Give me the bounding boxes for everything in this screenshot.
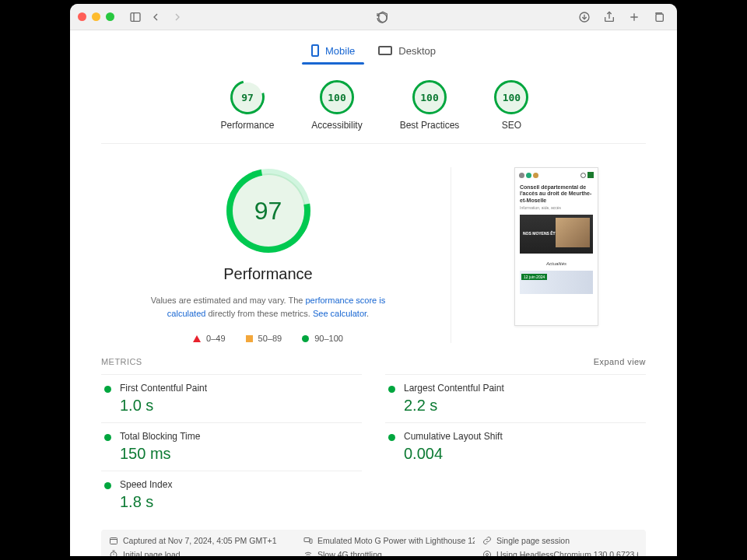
thumb-subtitle: Information, aide, accès — [517, 205, 595, 213]
device-tabs: Mobile Desktop — [93, 30, 654, 65]
tab-mobile[interactable]: Mobile — [310, 40, 356, 65]
metric-si: Speed Index 1.8 s — [101, 471, 362, 519]
titlebar — [70, 4, 677, 30]
share-icon[interactable] — [602, 10, 616, 24]
page-content: Mobile Desktop 97 Performance 100 Access… — [70, 30, 677, 556]
tab-desktop-label: Desktop — [398, 45, 436, 57]
svg-rect-10 — [304, 538, 310, 542]
score-summary: 97 Performance 100 Accessibility 100 Bes… — [101, 65, 646, 144]
metric-cls: Cumulative Layout Shift 0.004 — [385, 422, 646, 471]
gauge-performance-large: 97 — [231, 173, 306, 248]
expand-view-link[interactable]: Expand view — [594, 357, 646, 366]
score-performance[interactable]: 97 Performance — [221, 82, 275, 131]
metric-cls-value: 0.004 — [404, 445, 646, 463]
score-seo[interactable]: 100 SEO — [496, 82, 526, 131]
score-accessibility[interactable]: 100 Accessibility — [311, 82, 362, 131]
metrics-grid: First Contentful Paint 1.0 s Largest Con… — [93, 371, 654, 519]
performance-large-value: 97 — [254, 197, 282, 226]
gauge-accessibility: 100 — [322, 82, 352, 112]
metric-lcp-name: Largest Contentful Paint — [404, 383, 646, 394]
minimize-window-button[interactable] — [92, 12, 100, 21]
score-best-practices[interactable]: 100 Best Practices — [400, 82, 460, 131]
metrics-header: Metrics Expand view — [93, 343, 654, 371]
downloads-icon[interactable] — [577, 10, 591, 24]
info-emulated: Emulated Moto G Power with Lighthouse 12… — [303, 536, 475, 545]
nav-buttons — [146, 10, 188, 24]
thumb-card: 12 juin 2024 — [520, 271, 593, 294]
score-performance-value: 97 — [241, 92, 254, 103]
score-performance-label: Performance — [221, 120, 275, 131]
chrome-icon — [482, 550, 492, 556]
sidebar-toggle-icon[interactable] — [128, 10, 142, 24]
svg-rect-7 — [656, 14, 663, 21]
thumb-menu-icon — [587, 172, 594, 178]
desktop-icon — [378, 46, 392, 55]
performance-title: Performance — [223, 265, 313, 283]
status-dot-icon — [388, 386, 395, 393]
metric-si-name: Speed Index — [120, 479, 362, 490]
circle-icon — [302, 335, 309, 342]
square-icon — [246, 335, 253, 342]
back-button[interactable] — [149, 10, 163, 24]
gauge-seo: 100 — [496, 82, 526, 112]
score-legend: 0–49 50–89 90–100 — [193, 334, 343, 343]
thumb-section: Actualités — [517, 255, 595, 269]
thumb-hero: NOS MOYENS ÊTRE DÉFENDUS — [520, 215, 593, 254]
info-captured: Captured at Nov 7, 2024, 4:05 PM GMT+1 — [109, 536, 296, 545]
metric-tbt-name: Total Blocking Time — [120, 431, 362, 442]
metrics-title: Metrics — [101, 357, 142, 366]
legend-high: 90–100 — [302, 334, 343, 343]
status-dot-icon — [104, 386, 111, 393]
metric-fcp-value: 1.0 s — [120, 397, 362, 415]
metric-tbt: Total Blocking Time 150 ms — [101, 422, 362, 471]
page-thumbnail: Conseil départemental de l'accès au droi… — [514, 167, 598, 326]
devices-icon — [303, 536, 313, 545]
toolbar-right — [574, 10, 669, 24]
metric-lcp: Largest Contentful Paint 2.2 s — [385, 374, 646, 422]
tab-mobile-label: Mobile — [325, 45, 355, 57]
reload-icon[interactable] — [375, 11, 389, 25]
performance-summary: 97 Performance Values are estimated and … — [101, 167, 451, 343]
screenshot-preview: Conseil départemental de l'accès au droi… — [451, 167, 646, 343]
info-session: Single page session — [482, 536, 638, 545]
status-dot-icon — [104, 482, 111, 489]
metric-lcp-value: 2.2 s — [404, 397, 646, 415]
svg-rect-0 — [131, 12, 140, 21]
triangle-icon — [193, 335, 201, 342]
metric-fcp-name: First Contentful Paint — [120, 383, 362, 394]
tab-desktop[interactable]: Desktop — [377, 40, 437, 65]
thumb-search-icon — [580, 173, 586, 178]
metric-si-value: 1.8 s — [120, 493, 362, 511]
score-best-practices-value: 100 — [420, 92, 438, 103]
metric-tbt-value: 150 ms — [120, 445, 362, 463]
score-seo-value: 100 — [503, 92, 521, 103]
thumb-title: Conseil départemental de l'accès au droi… — [517, 181, 595, 205]
new-tab-icon[interactable] — [627, 10, 641, 24]
see-calculator-link[interactable]: See calculator — [313, 309, 366, 318]
window-controls — [78, 12, 114, 21]
svg-point-17 — [486, 554, 488, 556]
score-accessibility-label: Accessibility — [311, 120, 362, 131]
browser-window: Mobile Desktop 97 Performance 100 Access… — [70, 4, 677, 556]
calendar-icon — [109, 536, 118, 545]
link-icon — [482, 536, 492, 545]
maximize-window-button[interactable] — [106, 12, 114, 21]
status-dot-icon — [104, 434, 111, 441]
info-throttling: Slow 4G throttling — [303, 550, 475, 556]
svg-rect-11 — [310, 539, 312, 544]
score-best-practices-label: Best Practices — [400, 120, 460, 131]
mobile-icon — [311, 44, 319, 57]
performance-detail: 97 Performance Values are estimated and … — [93, 144, 654, 343]
gauge-best-practices: 100 — [415, 82, 444, 112]
info-load: Initial page load — [109, 550, 296, 556]
legend-low: 0–49 — [193, 334, 225, 343]
score-seo-label: SEO — [502, 120, 521, 131]
metric-cls-name: Cumulative Layout Shift — [404, 431, 646, 442]
tabs-overview-icon[interactable] — [652, 10, 666, 24]
close-window-button[interactable] — [78, 12, 86, 21]
info-chromium: Using HeadlessChromium 130.0.6723.69 wit… — [482, 550, 638, 556]
metric-fcp: First Contentful Paint 1.0 s — [101, 374, 362, 422]
stopwatch-icon — [109, 550, 118, 556]
gauge-performance: 97 — [233, 82, 262, 112]
forward-button[interactable] — [170, 10, 184, 24]
